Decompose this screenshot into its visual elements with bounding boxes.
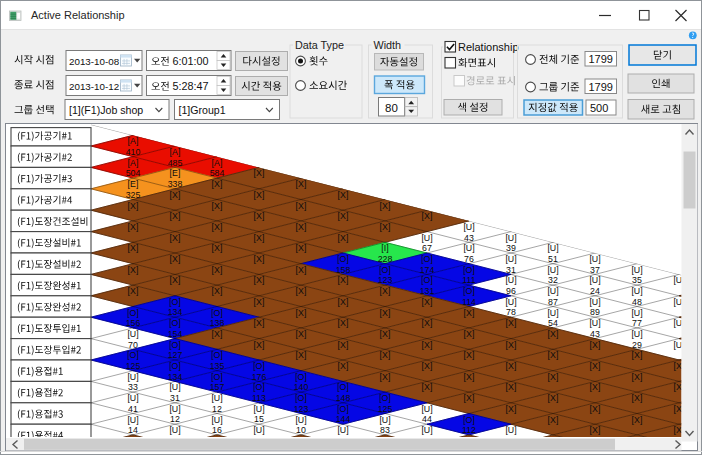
svg-text:[X]: [X] [506, 340, 517, 350]
svg-text:[U]: [U] [547, 243, 558, 253]
svg-text:[X]: [X] [254, 254, 265, 264]
svg-text:14: 14 [128, 425, 138, 435]
svg-text:[X]: [X] [380, 329, 391, 339]
svg-text:[X]: [X] [128, 243, 139, 253]
svg-text:48: 48 [632, 297, 642, 307]
svg-text:[X]: [X] [296, 222, 307, 232]
svg-text:[X]: [X] [296, 329, 307, 339]
svg-text:[U]: [U] [631, 329, 642, 339]
svg-text:[U]: [U] [337, 425, 348, 435]
svg-text:Data Type: Data Type [295, 39, 344, 51]
svg-text:[U]: [U] [589, 275, 600, 285]
svg-text:[X]: [X] [212, 179, 223, 189]
svg-text:[E]: [E] [170, 168, 181, 178]
svg-text:[U]: [U] [379, 415, 390, 425]
svg-text:[X]: [X] [254, 190, 265, 200]
svg-text:[U]: [U] [295, 415, 306, 425]
svg-text:24: 24 [590, 286, 600, 296]
svg-text:157: 157 [210, 382, 225, 392]
svg-text:338: 338 [168, 179, 183, 189]
svg-text:[U]: [U] [547, 265, 558, 275]
svg-text:[X]: [X] [296, 179, 307, 189]
svg-text:[X]: [X] [170, 233, 181, 243]
svg-text:114: 114 [462, 297, 476, 307]
svg-text:[U]: [U] [505, 425, 516, 435]
svg-text:[U]: [U] [505, 297, 516, 307]
svg-text:148: 148 [336, 393, 351, 403]
svg-text:[X]: [X] [254, 275, 265, 285]
svg-text:[X]: [X] [254, 168, 265, 178]
svg-text:[U]: [U] [631, 265, 642, 275]
svg-text:[O]: [O] [211, 350, 223, 360]
svg-text:[X]: [X] [170, 275, 181, 285]
svg-text:[U]: [U] [127, 372, 138, 382]
svg-text:410: 410 [126, 147, 141, 157]
svg-text:[X]: [X] [296, 201, 307, 211]
svg-text:[X]: [X] [296, 286, 307, 296]
svg-text:44: 44 [422, 414, 432, 424]
svg-text:[O]: [O] [463, 286, 475, 296]
svg-text:[O]: [O] [421, 254, 433, 264]
svg-text:[O]: [O] [253, 361, 265, 371]
svg-text:[X]: [X] [506, 382, 517, 392]
svg-text:[X]: [X] [338, 340, 349, 350]
svg-text:[X]: [X] [254, 318, 265, 328]
svg-text:[O]: [O] [169, 361, 181, 371]
svg-text:[A]: [A] [212, 158, 223, 168]
svg-text:[X]: [X] [380, 286, 391, 296]
svg-text:31: 31 [506, 265, 516, 275]
svg-text:[X]: [X] [296, 308, 307, 318]
svg-text:127: 127 [168, 350, 183, 360]
svg-text:[A]: [A] [128, 136, 139, 146]
svg-text:Width: Width [374, 39, 402, 51]
svg-text:[O]: [O] [337, 404, 349, 414]
svg-text:[X]: [X] [212, 201, 223, 211]
svg-text:[U]: [U] [589, 297, 600, 307]
svg-text:Relationship: Relationship [458, 41, 519, 53]
svg-text:51: 51 [548, 254, 558, 264]
svg-text:[U]: [U] [253, 404, 264, 414]
svg-text:[O]: [O] [463, 415, 475, 425]
svg-text:[U]: [U] [547, 286, 558, 296]
svg-text:35: 35 [632, 275, 642, 285]
svg-text:[X]: [X] [212, 222, 223, 232]
svg-text:[X]: [X] [632, 350, 643, 360]
svg-text:125: 125 [126, 361, 141, 371]
svg-text:[O]: [O] [211, 372, 223, 382]
svg-text:[U]: [U] [169, 404, 180, 414]
svg-text:[X]: [X] [380, 222, 391, 232]
svg-text:[1](F1)Job shop: [1](F1)Job shop [69, 104, 143, 116]
svg-text:31: 31 [170, 393, 180, 403]
svg-text:[U]: [U] [253, 425, 264, 435]
svg-text:140: 140 [294, 382, 309, 392]
svg-text:112: 112 [462, 425, 476, 435]
svg-text:33: 33 [128, 382, 138, 392]
svg-text:[X]: [X] [128, 286, 139, 296]
svg-text:[U]: [U] [589, 254, 600, 264]
svg-text:[U]: [U] [421, 425, 432, 435]
svg-text:[X]: [X] [632, 415, 643, 425]
svg-text:[U]: [U] [127, 393, 138, 403]
svg-text:[U]: [U] [589, 318, 600, 328]
svg-text:[X]: [X] [380, 308, 391, 318]
svg-text:32: 32 [548, 275, 558, 285]
svg-text:87: 87 [548, 297, 558, 307]
svg-text:[X]: [X] [170, 254, 181, 264]
svg-text:[X]: [X] [464, 350, 475, 360]
svg-text:70: 70 [128, 340, 138, 350]
svg-text:[O]: [O] [127, 350, 139, 360]
svg-text:[O]: [O] [295, 393, 307, 403]
svg-text:176: 176 [252, 372, 267, 382]
svg-text:[X]: [X] [212, 329, 223, 339]
svg-text:[O]: [O] [421, 275, 433, 285]
svg-text:174: 174 [420, 265, 435, 275]
svg-text:[O]: [O] [169, 297, 181, 307]
svg-text:[X]: [X] [212, 243, 223, 253]
svg-text:[U]: [U] [505, 275, 516, 285]
svg-text:[X]: [X] [548, 329, 559, 339]
svg-text:[O]: [O] [253, 382, 265, 392]
svg-text:[X]: [X] [506, 318, 517, 328]
svg-text:[O]: [O] [463, 265, 475, 275]
svg-text:[X]: [X] [548, 393, 559, 403]
svg-text:1799: 1799 [588, 81, 612, 93]
